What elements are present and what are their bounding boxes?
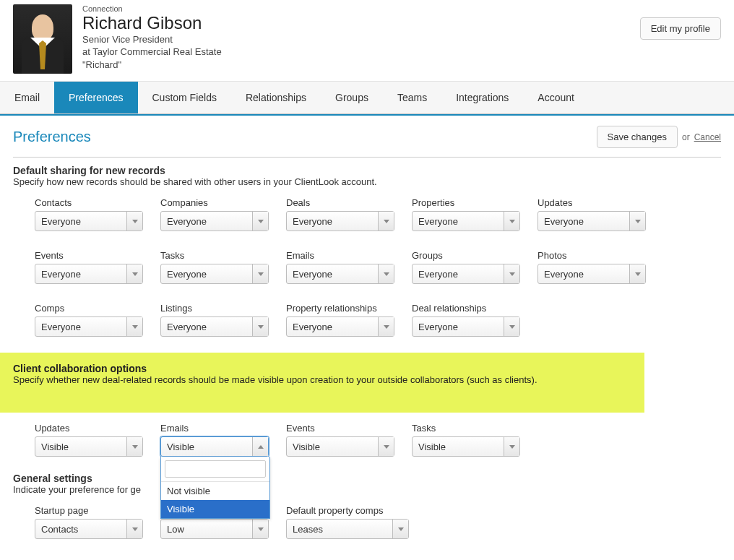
chevron-down-icon [504,212,519,231]
sharing-deals-label: Deals [286,197,394,208]
chevron-down-icon [629,212,645,231]
sharing-events-select[interactable]: Everyone [35,264,143,284]
profile-header: Connection Richard Gibson Senior Vice Pr… [0,0,734,81]
tab-groups[interactable]: Groups [321,82,383,113]
profile-info: Connection Richard Gibson Senior Vice Pr… [72,4,640,71]
chevron-down-icon [126,317,142,336]
save-changes-button[interactable]: Save changes [597,126,678,148]
dropdown-option-visible[interactable]: Visible [161,500,269,518]
chevron-down-icon [504,317,519,336]
collab-highlight: Client collaboration options Specify whe… [0,353,644,413]
tab-email[interactable]: Email [0,82,54,113]
page-title: Preferences [13,129,597,145]
tab-custom-fields[interactable]: Custom Fields [138,82,231,113]
sharing-companies-select[interactable]: Everyone [160,211,269,231]
sharing-emails-label: Emails [286,250,394,261]
sharing-tasks-label: Tasks [160,250,269,261]
general-grid: Startup page Contacts Task priority Low … [13,505,721,539]
collab-events-select[interactable]: Visible [286,436,394,457]
tab-preferences[interactable]: Preferences [54,82,137,113]
person-title: Senior Vice President [82,33,640,46]
general-startup-label: Startup page [35,505,143,516]
sharing-grid: Contacts Everyone Companies Everyone Dea… [13,197,721,337]
chevron-down-icon [126,437,142,456]
chevron-down-icon [252,520,268,538]
sharing-comps-label: Comps [35,303,143,314]
connection-label: Connection [82,4,640,13]
sharing-emails-select[interactable]: Everyone [286,264,394,284]
collab-events-label: Events [286,423,394,434]
sharing-companies-label: Companies [160,197,269,208]
sharing-updates-label: Updates [537,197,646,208]
chevron-down-icon [378,317,394,336]
person-company: at Taylor Commercial Real Estate [82,46,640,59]
chevron-down-icon [378,264,394,283]
dropdown-search-wrap [161,457,269,482]
collab-emails-dropdown: Not visible Visible [160,457,270,519]
collab-title: Client collaboration options [13,363,631,374]
person-name: Richard Gibson [82,13,640,33]
sharing-dealrel-label: Deal relationships [412,303,520,314]
collab-updates-select[interactable]: Visible [35,436,143,457]
chevron-down-icon [126,520,142,538]
sharing-listings-label: Listings [160,303,269,314]
sharing-proprel-select[interactable]: Everyone [286,316,394,337]
tab-teams[interactable]: Teams [383,82,441,113]
general-title: General settings [13,473,721,484]
edit-profile-button[interactable]: Edit my profile [640,17,721,40]
sharing-deals-select[interactable]: Everyone [286,211,394,231]
chevron-down-icon [126,264,142,283]
tab-account[interactable]: Account [523,82,589,113]
person-nickname: "Richard" [82,59,640,72]
chevron-down-icon [504,437,519,456]
sharing-properties-select[interactable]: Everyone [412,211,520,231]
chevron-down-icon [252,212,268,231]
tab-integrations[interactable]: Integrations [441,82,523,113]
sharing-events-label: Events [35,250,143,261]
collab-desc: Specify whether new deal-related records… [13,374,631,385]
chevron-down-icon [126,212,142,231]
chevron-down-icon [378,212,394,231]
tab-relationships[interactable]: Relationships [231,82,321,113]
dropdown-search-input[interactable] [168,464,277,474]
collab-emails-select[interactable]: Visible Not visible Visible [160,436,269,457]
sharing-updates-select[interactable]: Everyone [537,211,646,231]
page-header: Preferences Save changes or Cancel [13,126,721,158]
sharing-photos-label: Photos [537,250,646,261]
sharing-title: Default sharing for new records [13,165,721,176]
sharing-groups-label: Groups [412,250,520,261]
chevron-down-icon [252,264,268,283]
sharing-comps-select[interactable]: Everyone [35,316,143,337]
sharing-groups-select[interactable]: Everyone [412,264,520,284]
dropdown-option-not-visible[interactable]: Not visible [161,482,269,500]
sharing-dealrel-select[interactable]: Everyone [412,316,520,337]
sharing-desc: Specify how new records should be shared… [13,176,721,187]
dropdown-search-box[interactable] [165,460,266,478]
sharing-properties-label: Properties [412,197,520,208]
sharing-proprel-label: Property relationships [286,303,394,314]
tabbar: Email Preferences Custom Fields Relation… [0,81,734,114]
general-startup-select[interactable]: Contacts [35,519,143,539]
collab-emails-label: Emails [160,423,269,434]
collab-updates-label: Updates [35,423,143,434]
cancel-link[interactable]: Cancel [694,132,721,142]
chevron-down-icon [378,437,394,456]
or-text: or [682,132,690,142]
sharing-contacts-select[interactable]: Everyone [35,211,143,231]
chevron-down-icon [504,264,519,283]
collab-grid: Updates Visible Emails Visible [13,423,721,457]
chevron-up-icon [252,437,268,456]
sharing-contacts-label: Contacts [35,197,143,208]
chevron-down-icon [629,264,645,283]
sharing-tasks-select[interactable]: Everyone [160,264,269,284]
general-comps-label: Default property comps [286,505,409,516]
sharing-listings-select[interactable]: Everyone [160,316,269,337]
collab-tasks-select[interactable]: Visible [412,436,520,457]
sharing-photos-select[interactable]: Everyone [537,264,646,284]
collab-tasks-label: Tasks [412,423,520,434]
general-comps-select[interactable]: Leases [286,519,409,539]
chevron-down-icon [252,317,268,336]
general-desc: Indicate your preference for general set… [13,484,721,495]
general-priority-select[interactable]: Low [160,519,269,539]
avatar [13,4,72,74]
